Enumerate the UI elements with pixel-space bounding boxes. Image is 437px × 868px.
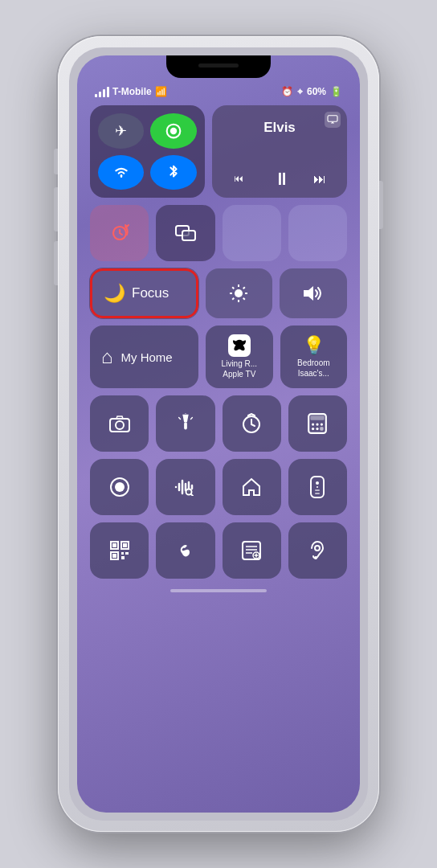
svg-point-26 bbox=[321, 423, 323, 425]
wifi-button[interactable] bbox=[98, 155, 144, 190]
bedroom-label: Bedroom Isaac's... bbox=[297, 358, 330, 379]
focus-button[interactable]: 🌙 Focus bbox=[90, 268, 198, 318]
svg-rect-44 bbox=[315, 493, 320, 494]
home-indicator[interactable] bbox=[170, 589, 267, 592]
svg-point-62 bbox=[315, 546, 320, 551]
volume-button[interactable] bbox=[280, 268, 347, 318]
status-bar: T-Mobile 📶 ⏰ ⌖ 60% 🔋 bbox=[77, 78, 360, 100]
row-connectivity-nowplaying: ✈ bbox=[90, 105, 347, 198]
notes-button[interactable] bbox=[223, 522, 281, 579]
calculator-button[interactable] bbox=[288, 395, 347, 452]
svg-line-12 bbox=[243, 298, 245, 300]
battery-icon: 🔋 bbox=[330, 86, 342, 97]
rotate-lock-button[interactable] bbox=[90, 205, 149, 261]
svg-point-28 bbox=[317, 428, 319, 430]
carrier-label: T-Mobile bbox=[112, 86, 152, 97]
rewind-button[interactable]: ⏮ bbox=[233, 168, 251, 190]
cellular-button[interactable] bbox=[150, 113, 196, 149]
pause-button[interactable]: ⏸ bbox=[273, 169, 291, 190]
svg-point-31 bbox=[115, 482, 125, 492]
location-icon: ⌖ bbox=[297, 86, 303, 97]
my-home-button[interactable]: ⌂ My Home bbox=[90, 326, 198, 388]
wifi-status-icon: 📶 bbox=[155, 86, 167, 97]
shazam-button[interactable] bbox=[156, 522, 214, 579]
blank-tile-2 bbox=[288, 205, 347, 261]
brightness-button[interactable] bbox=[206, 268, 273, 318]
svg-rect-5 bbox=[182, 231, 195, 240]
row-utilities bbox=[90, 395, 347, 452]
battery-label: 60% bbox=[307, 86, 326, 97]
svg-point-25 bbox=[317, 423, 319, 425]
row-small-tiles bbox=[90, 205, 347, 261]
connectivity-tile: ✈ bbox=[90, 105, 205, 198]
screen-mirror-button[interactable] bbox=[156, 205, 214, 261]
status-left: T-Mobile 📶 bbox=[95, 86, 167, 97]
signal-bar-4 bbox=[107, 87, 109, 97]
svg-line-21 bbox=[251, 424, 255, 426]
signal-bar-2 bbox=[99, 92, 101, 97]
phone-inner: T-Mobile 📶 ⏰ ⌖ 60% 🔋 ✈ bbox=[69, 47, 368, 821]
focus-label: Focus bbox=[132, 285, 169, 301]
qr-button[interactable] bbox=[90, 522, 149, 579]
bedroom-icon: 💡 bbox=[303, 335, 325, 356]
alarm-icon: ⏰ bbox=[281, 86, 293, 97]
svg-rect-29 bbox=[321, 427, 324, 430]
screen: T-Mobile 📶 ⏰ ⌖ 60% 🔋 ✈ bbox=[77, 55, 360, 813]
svg-point-61 bbox=[314, 556, 317, 559]
bluetooth-button[interactable] bbox=[150, 155, 196, 190]
now-playing-title: Elvis bbox=[222, 120, 337, 136]
flashlight-button[interactable] bbox=[156, 395, 214, 452]
signal-bars bbox=[95, 87, 109, 97]
control-center: ✈ bbox=[77, 100, 360, 813]
playback-controls: ⏮ ⏸ ⏭ bbox=[222, 168, 337, 190]
svg-rect-1 bbox=[328, 116, 337, 122]
record-button[interactable] bbox=[90, 459, 149, 515]
timer-button[interactable] bbox=[223, 395, 281, 452]
now-playing-tile[interactable]: Elvis ⏮ ⏸ ⏭ bbox=[212, 105, 347, 198]
svg-marker-15 bbox=[304, 286, 313, 301]
volume-down-button[interactable] bbox=[54, 241, 58, 285]
row-media bbox=[90, 459, 347, 515]
svg-line-13 bbox=[243, 287, 245, 289]
my-home-label: My Home bbox=[121, 350, 173, 364]
home-icon: ⌂ bbox=[101, 346, 113, 368]
airplane-mode-button[interactable]: ✈ bbox=[98, 113, 144, 149]
camera-button[interactable] bbox=[90, 395, 149, 452]
row-home-tiles: ⌂ My Home Living R... Apple TV bbox=[90, 326, 347, 388]
speaker bbox=[198, 63, 239, 68]
row-focus: 🌙 Focus bbox=[90, 268, 347, 318]
airplay-icon bbox=[325, 112, 341, 128]
hearing-button[interactable] bbox=[288, 522, 347, 579]
svg-rect-52 bbox=[125, 552, 129, 555]
remote-button[interactable] bbox=[288, 459, 347, 515]
phone-frame: T-Mobile 📶 ⏰ ⌖ 60% 🔋 ✈ bbox=[58, 36, 379, 832]
signal-bar-3 bbox=[103, 89, 105, 97]
svg-rect-46 bbox=[112, 543, 116, 547]
svg-point-0 bbox=[170, 128, 177, 134]
svg-rect-18 bbox=[184, 422, 187, 429]
apple-tv-label: Living R... Apple TV bbox=[222, 358, 257, 379]
svg-rect-23 bbox=[311, 416, 325, 420]
svg-rect-53 bbox=[121, 556, 125, 559]
power-button[interactable] bbox=[379, 181, 383, 229]
mute-button[interactable] bbox=[54, 149, 58, 174]
svg-point-27 bbox=[312, 428, 314, 430]
apple-tv-button[interactable]: Living R... Apple TV bbox=[206, 326, 272, 388]
svg-rect-43 bbox=[315, 489, 320, 491]
signal-bar-1 bbox=[95, 94, 97, 97]
soundcheck-button[interactable] bbox=[156, 459, 214, 515]
svg-line-11 bbox=[233, 287, 235, 289]
fast-forward-button[interactable]: ⏭ bbox=[313, 172, 326, 186]
svg-point-6 bbox=[235, 289, 243, 297]
svg-point-41 bbox=[316, 481, 319, 485]
home-button-2[interactable] bbox=[223, 459, 281, 515]
svg-point-24 bbox=[312, 423, 314, 425]
notch bbox=[166, 55, 271, 78]
status-right: ⏰ ⌖ 60% 🔋 bbox=[281, 86, 342, 97]
svg-rect-50 bbox=[112, 554, 116, 558]
apple-tv-logo bbox=[228, 334, 251, 357]
bedroom-button[interactable]: 💡 Bedroom Isaac's... bbox=[280, 326, 347, 388]
blank-tile-1 bbox=[223, 205, 281, 261]
volume-up-button[interactable] bbox=[54, 187, 58, 231]
moon-icon: 🌙 bbox=[104, 283, 125, 304]
